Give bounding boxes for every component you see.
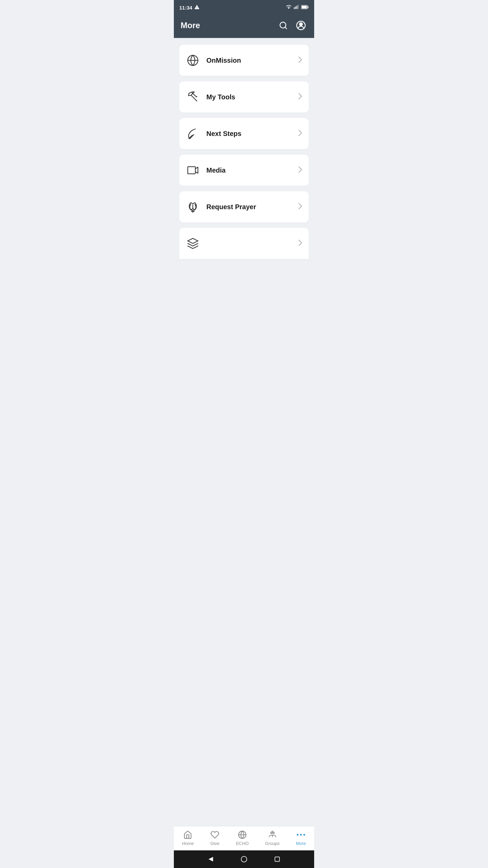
onmission-item[interactable]: OnMission (179, 45, 309, 76)
svg-rect-4 (298, 5, 299, 9)
media-chevron (299, 166, 302, 174)
heart-icon (210, 830, 220, 840)
partial-icon (186, 237, 200, 250)
next-steps-left: Next Steps (186, 127, 241, 140)
battery-icon (301, 4, 309, 11)
media-label: Media (206, 166, 226, 174)
svg-point-11 (300, 23, 303, 26)
dots-icon (296, 830, 306, 840)
nav-more-label: More (296, 841, 306, 846)
status-right (286, 4, 309, 11)
globe-icon (186, 54, 200, 67)
onmission-label: OnMission (206, 57, 241, 64)
partial-chevron (299, 240, 302, 248)
svg-rect-6 (308, 6, 309, 8)
prayer-icon (186, 200, 200, 214)
status-time: 11:34 (179, 5, 192, 11)
svg-rect-1 (294, 7, 294, 9)
nav-echo[interactable]: ECHO (230, 829, 254, 847)
status-left: 11:34 (179, 4, 200, 11)
header: More (174, 15, 314, 38)
svg-point-28 (241, 856, 247, 862)
nav-home[interactable]: Home (177, 829, 199, 847)
nav-groups-label: Groups (265, 841, 280, 846)
onmission-chevron (299, 57, 302, 64)
home-icon (183, 830, 192, 840)
partial-left (186, 237, 206, 250)
svg-line-9 (285, 27, 287, 29)
warning-icon (194, 4, 200, 11)
svg-rect-7 (302, 6, 307, 8)
bottom-nav: Home Give ECHO (174, 826, 314, 850)
next-steps-chevron (299, 130, 302, 138)
home-button[interactable] (239, 854, 249, 864)
leaf-icon (186, 127, 200, 140)
back-button[interactable] (206, 854, 216, 864)
nav-more[interactable]: More (290, 829, 311, 847)
svg-rect-2 (295, 6, 296, 9)
svg-point-25 (300, 834, 302, 835)
my-tools-left: My Tools (186, 90, 235, 104)
recents-button[interactable] (272, 854, 282, 864)
media-left: Media (186, 163, 226, 177)
page-title: More (181, 21, 200, 30)
main-content: OnMission My Tools (174, 38, 314, 826)
svg-point-26 (303, 834, 305, 835)
next-steps-item[interactable]: Next Steps (179, 118, 309, 149)
svg-point-0 (288, 7, 289, 8)
globe-nav-icon (238, 830, 247, 840)
request-prayer-item[interactable]: Request Prayer (179, 191, 309, 222)
my-tools-label: My Tools (206, 93, 235, 101)
nav-give[interactable]: Give (205, 829, 225, 847)
groups-icon (268, 830, 277, 840)
video-icon (186, 163, 200, 177)
my-tools-chevron (299, 93, 302, 101)
request-prayer-left: Request Prayer (186, 200, 256, 214)
svg-point-22 (271, 831, 273, 832)
svg-rect-15 (188, 167, 196, 174)
my-tools-item[interactable]: My Tools (179, 81, 309, 113)
signal-icon (294, 4, 299, 11)
partial-item[interactable] (179, 228, 309, 259)
header-icons (278, 19, 307, 32)
nav-home-label: Home (182, 841, 194, 846)
nav-echo-label: ECHO (236, 841, 249, 846)
nav-groups[interactable]: Groups (260, 829, 285, 847)
wifi-icon (286, 4, 292, 11)
next-steps-label: Next Steps (206, 130, 241, 138)
search-button[interactable] (278, 20, 289, 31)
request-prayer-label: Request Prayer (206, 203, 256, 211)
hammer-icon (186, 90, 200, 104)
system-nav (174, 850, 314, 868)
media-item[interactable]: Media (179, 155, 309, 186)
svg-rect-29 (275, 857, 279, 861)
status-bar: 11:34 (174, 0, 314, 15)
nav-give-label: Give (210, 841, 220, 846)
svg-point-24 (297, 834, 299, 835)
onmission-left: OnMission (186, 54, 241, 67)
profile-button[interactable] (294, 19, 307, 32)
request-prayer-chevron (299, 203, 302, 211)
svg-marker-27 (208, 857, 213, 861)
svg-rect-3 (297, 6, 297, 9)
